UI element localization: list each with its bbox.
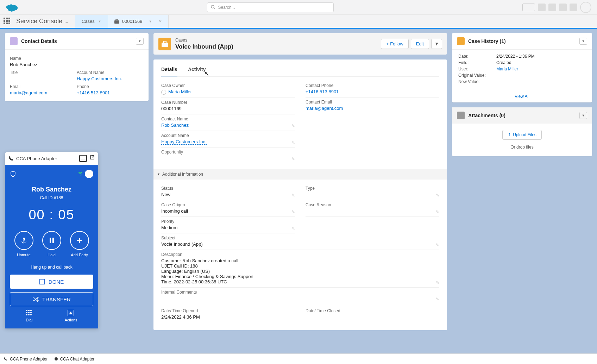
upload-files-button[interactable]: ↥Upload Files <box>502 130 542 140</box>
field-label: Field: <box>458 60 496 65</box>
edit-pencil-icon[interactable]: ✎ <box>436 193 439 198</box>
upload-icon: ↥ <box>508 132 511 137</box>
field-label: Opportunity <box>161 150 295 155</box>
field-label: Description <box>161 252 439 257</box>
card-title: Case History (1) <box>468 38 506 44</box>
more-actions-button[interactable]: ▼ <box>431 39 442 49</box>
svg-rect-11 <box>50 238 51 243</box>
button-label: Add Party <box>71 253 88 257</box>
tab-case-record[interactable]: 00001569 ▼ ✕ <box>108 15 169 28</box>
history-user-link[interactable]: Maria Miller <box>496 67 518 71</box>
popout-icon[interactable] <box>90 155 95 160</box>
card-menu-button[interactable]: ▼ <box>579 38 587 45</box>
header-button-2[interactable] <box>538 4 546 11</box>
field-label: Case Owner <box>161 83 295 88</box>
case-detail-card: Details Activity Case OwnerMaria Miller … <box>153 59 447 330</box>
header-actions <box>522 2 591 13</box>
tab-label: Cases <box>82 19 95 24</box>
salesforce-logo-icon <box>6 3 18 12</box>
svg-rect-15 <box>40 279 45 284</box>
app-launcher-icon[interactable] <box>4 18 11 25</box>
svg-line-1 <box>214 8 215 9</box>
field-label: Email <box>10 84 77 89</box>
plus-icon <box>76 237 83 244</box>
card-menu-button[interactable]: ▼ <box>136 38 144 45</box>
close-icon[interactable]: ✕ <box>159 19 162 24</box>
edit-pencil-icon[interactable]: ✎ <box>291 124 295 128</box>
edit-pencil-icon[interactable]: ✎ <box>436 297 439 302</box>
drop-files-label: Or drop files <box>458 145 586 150</box>
card-menu-button[interactable]: ▼ <box>579 112 587 119</box>
card-title: Attachments (0) <box>468 113 505 118</box>
header-button-5[interactable] <box>570 4 577 11</box>
edit-pencil-icon[interactable]: ✎ <box>291 193 295 198</box>
status-value: New <box>161 192 295 197</box>
phone-link[interactable]: +1416 513 8901 <box>77 90 110 95</box>
chevron-down-icon: ▼ <box>157 172 160 176</box>
add-party-button[interactable]: Add Party <box>70 231 89 257</box>
tab-activity[interactable]: Activity <box>188 64 206 76</box>
phone-adapter-panel: CCA Phone Adapter — Rob Sanchez Call ID … <box>5 152 98 328</box>
unmute-button[interactable]: Unmute <box>14 231 33 257</box>
record-type-label: Cases <box>175 38 187 43</box>
dial-button[interactable]: Dial <box>26 310 32 322</box>
edit-pencil-icon[interactable]: ✎ <box>436 209 439 214</box>
field-label: Case Reason <box>306 202 439 207</box>
utility-phone-adapter[interactable]: CCA Phone Adapter <box>4 357 48 362</box>
email-link[interactable]: maria@agent.com <box>10 90 47 95</box>
contact-email-link[interactable]: maria@agent.com <box>306 106 343 111</box>
tab-details[interactable]: Details <box>161 64 177 76</box>
header-button-3[interactable] <box>548 4 556 11</box>
app-menu-dots[interactable]: ... <box>64 19 68 24</box>
svg-point-0 <box>211 5 214 8</box>
button-label: Unmute <box>17 253 31 257</box>
minimize-button[interactable]: — <box>79 155 87 162</box>
done-button[interactable]: DONE <box>10 275 93 289</box>
origin-value: Incoming call <box>161 208 295 214</box>
field-label: Account Name <box>77 70 144 75</box>
case-number-value: 00001169 <box>161 106 295 111</box>
edit-pencil-icon[interactable]: ✎ <box>291 157 295 162</box>
utility-chat-adapter[interactable]: CCA Chat Adapter <box>55 357 94 362</box>
tab-cases[interactable]: Cases ▼ <box>75 15 108 28</box>
field-label: Case Origen <box>161 202 295 207</box>
field-label: Contact Email <box>306 100 439 105</box>
hold-button[interactable]: Hold <box>42 231 61 257</box>
contact-icon <box>10 37 18 45</box>
view-all-link[interactable]: View All <box>515 94 529 99</box>
account-link[interactable]: Happy Customers Inc. <box>77 76 122 81</box>
avatar-icon <box>161 90 166 95</box>
chevron-down-icon: ▼ <box>98 20 101 23</box>
edit-pencil-icon[interactable]: ✎ <box>436 243 439 247</box>
edit-pencil-icon[interactable]: ✎ <box>291 226 295 231</box>
avatar[interactable] <box>580 2 591 13</box>
header-button-1[interactable] <box>522 4 535 11</box>
opened-value: 2/24/2022 4:36 PM <box>161 314 295 320</box>
subject-value: Vocie Inbound (App) <box>161 241 439 247</box>
edit-button[interactable]: Edit <box>411 39 429 49</box>
utility-bar: CCA Phone Adapter CCA Chat Adapter <box>0 353 597 364</box>
pause-icon <box>49 237 55 244</box>
status-dot <box>85 170 93 178</box>
transfer-button[interactable]: TRANSFER <box>10 292 93 306</box>
mic-off-icon <box>20 237 28 244</box>
adapter-title: CCA Phone Adapter <box>16 156 57 161</box>
contact-phone-link[interactable]: +1416 513 8901 <box>306 89 339 94</box>
header-button-4[interactable] <box>559 4 567 11</box>
follow-button[interactable]: + Follow <box>381 39 409 49</box>
global-header: Search... <box>0 0 597 15</box>
svg-rect-5 <box>163 41 166 43</box>
svg-rect-3 <box>116 19 118 21</box>
additional-info-section[interactable]: ▼Additional Information <box>153 169 447 180</box>
card-title: Contact Details <box>21 38 57 44</box>
edit-pencil-icon[interactable]: ✎ <box>436 280 439 285</box>
edit-pencil-icon[interactable]: ✎ <box>291 209 295 214</box>
contact-name-value: Rob Sanchez <box>10 62 144 67</box>
dialpad-icon <box>26 310 32 316</box>
edit-pencil-icon[interactable]: ✎ <box>291 140 295 145</box>
actions-button[interactable]: Actions <box>64 310 77 322</box>
account-name-link[interactable]: Happy Customers Inc. <box>161 139 207 145</box>
owner-link[interactable]: Maria Miller <box>168 89 192 94</box>
contact-name-link[interactable]: Rob Sanchez <box>161 123 189 128</box>
global-search-input[interactable]: Search... <box>207 2 334 12</box>
